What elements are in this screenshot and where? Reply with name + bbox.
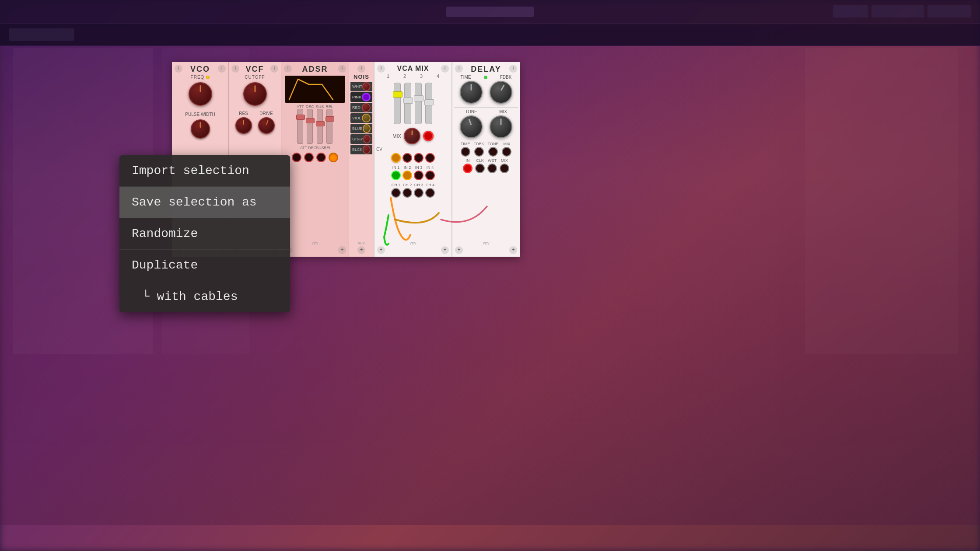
ch2-out-jack[interactable]	[402, 188, 412, 198]
secondary-bar	[0, 24, 980, 46]
freq-knob[interactable]	[189, 82, 212, 106]
mix-out-label: MIX	[501, 158, 508, 163]
delay-vev: vev	[483, 241, 490, 245]
with-cables-item[interactable]: └ with cables	[119, 281, 290, 312]
fdbk-knob[interactable]	[490, 81, 512, 104]
dec-bot-label: DEC	[308, 146, 314, 150]
cv3-jack[interactable]	[414, 153, 424, 163]
ch2-fader[interactable]	[404, 83, 411, 124]
cutoff-knob[interactable]	[243, 82, 267, 106]
drive-knob[interactable]	[258, 117, 275, 134]
in2-jack[interactable]	[402, 171, 412, 180]
ch4-label: 4	[431, 73, 444, 79]
plus-icon-right[interactable]: +	[218, 65, 226, 73]
in4-label: IN 4	[427, 165, 434, 170]
in1-jack[interactable]	[391, 171, 401, 180]
time-jack[interactable]	[461, 147, 470, 157]
vcamix-bot-right[interactable]: +	[441, 246, 449, 254]
save-selection-item[interactable]: Save selection as	[119, 187, 290, 218]
blck-btn[interactable]: BLCK	[350, 145, 372, 154]
clk-jack[interactable]	[475, 164, 485, 173]
vco-title: VCO	[190, 65, 210, 74]
tone-knob[interactable]	[460, 115, 483, 138]
ch4-bot-label: CH 4	[426, 183, 435, 187]
context-menu: Import selection Save selection as Rando…	[119, 155, 290, 312]
import-selection-item[interactable]: Import selection	[119, 155, 290, 187]
in3-jack[interactable]	[414, 171, 424, 180]
rel-slider[interactable]	[326, 109, 332, 144]
ch4-out-jack[interactable]	[425, 188, 435, 198]
time-label-top: TIME	[461, 75, 471, 80]
nois-plus-bot[interactable]: +	[357, 246, 365, 254]
mix-knob[interactable]	[404, 128, 420, 144]
vcamix-plus-right[interactable]: +	[441, 65, 449, 73]
pink-btn[interactable]: PINK	[350, 92, 372, 102]
adsr-plus-left[interactable]: +	[284, 65, 292, 73]
dec-slider[interactable]	[307, 109, 313, 144]
mix-out-jack[interactable]	[423, 131, 434, 141]
time-knob[interactable]	[460, 81, 483, 104]
ch3-label: 3	[415, 73, 428, 79]
pulse-width-label: PULSE WIDTH	[185, 112, 215, 117]
cv1-jack[interactable]	[391, 153, 401, 163]
in3-label: IN 3	[415, 165, 423, 170]
sus-slider[interactable]	[317, 109, 323, 144]
adsr-jack-3[interactable]	[316, 153, 326, 162]
ch4-fader[interactable]	[425, 83, 432, 124]
adsr-jack-1[interactable]	[292, 153, 301, 162]
adsr-jack-2[interactable]	[304, 153, 314, 162]
context-menu-overlay: Import selection Save selection as Rando…	[119, 155, 290, 312]
plus-icon[interactable]: +	[175, 65, 182, 73]
randomize-item[interactable]: Randomize	[119, 218, 290, 250]
nois-plus-top[interactable]: +	[357, 65, 365, 73]
ch1-out-jack[interactable]	[391, 188, 401, 198]
adsr-jack-4[interactable]	[329, 153, 338, 162]
blue-label: BLUE	[352, 126, 363, 131]
ch2-label: 2	[398, 73, 411, 79]
pulse-width-knob[interactable]	[191, 119, 210, 139]
adsr-vev: vev	[312, 241, 318, 245]
wet-jack[interactable]	[487, 164, 497, 173]
delay-plus-left[interactable]: +	[455, 65, 463, 73]
cv4-jack[interactable]	[425, 153, 435, 163]
res-knob[interactable]	[235, 117, 252, 134]
mix-knob-2[interactable]	[490, 115, 512, 138]
ch3-fader[interactable]	[415, 83, 422, 124]
red-btn[interactable]: RED	[350, 103, 372, 112]
vcf-plus-left[interactable]: +	[231, 65, 239, 73]
whit-label: WHIT	[352, 84, 362, 89]
adsr-bot-right[interactable]: +	[338, 246, 346, 254]
whit-btn[interactable]: WHIT	[350, 82, 372, 91]
nois-module: + NOIS WHIT PINK RED VIOL	[349, 62, 374, 257]
gray-btn[interactable]: GRAY	[350, 134, 372, 144]
in-jack[interactable]	[463, 164, 472, 173]
cv2-jack[interactable]	[402, 153, 412, 163]
gray-label: GRAY	[352, 137, 363, 141]
duplicate-item[interactable]: Duplicate	[119, 250, 290, 281]
nois-title: NOIS	[354, 73, 369, 80]
att-slider[interactable]	[297, 109, 303, 144]
vcamix-plus-left[interactable]: +	[377, 65, 385, 73]
fdbk-label-top: FDBK	[500, 75, 512, 80]
sus-label: SUS	[316, 105, 324, 109]
blue-btn[interactable]: BLUE	[350, 124, 372, 133]
ch3-out-jack[interactable]	[414, 188, 424, 198]
mix-out-jack-2[interactable]	[500, 164, 509, 173]
tone-jack[interactable]	[488, 147, 498, 157]
adsr-plus-right[interactable]: +	[338, 65, 346, 73]
vcamix-module: + VCA MIX + 1 2 3 4 +6 0 -∞	[374, 62, 452, 257]
viol-btn[interactable]: VIOL	[350, 113, 372, 123]
ch1-fader[interactable]: +6 0 -∞	[394, 83, 401, 124]
delay-bot-left[interactable]: +	[455, 246, 463, 254]
sus-bot-label: SUS	[316, 146, 322, 150]
in4-jack[interactable]	[425, 171, 435, 180]
vcamix-bot-left[interactable]: +	[377, 246, 385, 254]
ch1-label: 1	[382, 73, 395, 79]
vcf-plus-right[interactable]: +	[270, 65, 278, 73]
tone-label-top: TONE	[465, 109, 477, 114]
mix-jack[interactable]	[502, 147, 511, 157]
delay-plus-right[interactable]: +	[509, 65, 517, 73]
fdbk-jack-label: FDBK	[474, 142, 484, 146]
delay-bot-right[interactable]: +	[509, 246, 517, 254]
fdbk-jack[interactable]	[474, 147, 484, 157]
